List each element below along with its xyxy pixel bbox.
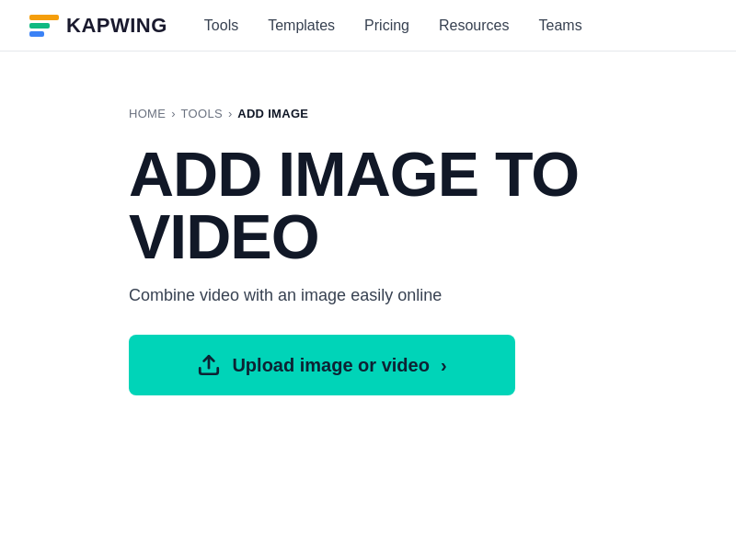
nav-templates[interactable]: Templates xyxy=(268,17,335,34)
logo-bar-yellow xyxy=(29,15,59,20)
nav-tools[interactable]: Tools xyxy=(204,17,238,34)
page-title-line2: VIDEO xyxy=(129,201,319,271)
chevron-right-icon: › xyxy=(441,355,447,376)
breadcrumb-current: ADD IMAGE xyxy=(237,107,308,120)
nav-teams[interactable]: Teams xyxy=(539,17,582,34)
upload-icon xyxy=(197,353,221,377)
main-content: HOME › TOOLS › ADD IMAGE ADD IMAGE TO VI… xyxy=(0,51,736,451)
nav-resources[interactable]: Resources xyxy=(439,17,509,34)
cta-label: Upload image or video xyxy=(232,355,429,376)
breadcrumb-tools[interactable]: TOOLS xyxy=(181,107,223,120)
breadcrumb-sep-1: › xyxy=(171,107,175,120)
logo-link[interactable]: KAPWING xyxy=(29,14,167,38)
logo-bar-blue xyxy=(29,31,44,37)
logo-bar-green xyxy=(29,23,50,29)
logo-icon xyxy=(29,15,59,37)
page-title: ADD IMAGE TO VIDEO xyxy=(129,143,607,268)
logo-text: KAPWING xyxy=(66,14,167,38)
breadcrumb-sep-2: › xyxy=(228,107,232,120)
page-subtitle: Combine video with an image easily onlin… xyxy=(129,286,607,305)
nav-pricing[interactable]: Pricing xyxy=(364,17,409,34)
breadcrumb: HOME › TOOLS › ADD IMAGE xyxy=(129,107,607,120)
header: KAPWING Tools Templates Pricing Resource… xyxy=(0,0,736,51)
upload-cta-button[interactable]: Upload image or video › xyxy=(129,335,515,395)
breadcrumb-home[interactable]: HOME xyxy=(129,107,166,120)
main-nav: Tools Templates Pricing Resources Teams xyxy=(204,17,582,34)
page-title-line1: ADD IMAGE TO xyxy=(129,139,579,209)
